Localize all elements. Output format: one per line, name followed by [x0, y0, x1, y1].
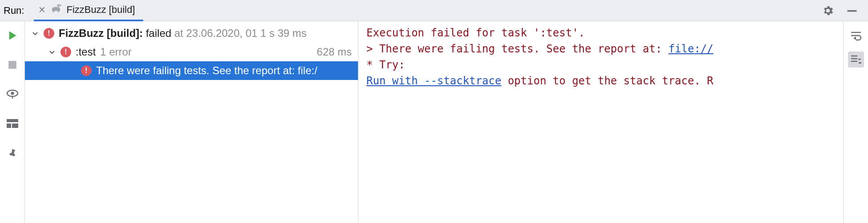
test-tree-pane: ! FizzBuzz [build]: failed at 23.06.2020… [25, 21, 358, 223]
svg-point-3 [11, 92, 14, 95]
left-toolbar [0, 21, 25, 223]
scroll-to-end-button[interactable] [848, 52, 864, 68]
error-badge-icon: ! [60, 47, 71, 57]
tree-test-row[interactable]: ! :test 1 error 628 ms [25, 43, 358, 61]
error-badge-icon: ! [44, 28, 54, 39]
run-tab-label: FizzBuzz [build] [66, 4, 135, 16]
run-tool-header: Run: ✕ FizzBuzz [build] [0, 0, 868, 21]
show-passed-button[interactable] [6, 88, 19, 100]
tree-failure-text: There were failing tests. See the report… [96, 64, 317, 77]
stacktrace-link[interactable]: Run with --stacktrace [366, 75, 501, 87]
right-toolbar [843, 21, 868, 223]
run-label: Run: [4, 5, 34, 16]
report-link[interactable]: file:// [668, 43, 713, 55]
run-tool-body: ! FizzBuzz [build]: failed at 23.06.2020… [0, 21, 868, 223]
console-line: Execution failed for task ':test'. [366, 25, 843, 41]
console-line: * Try: [366, 57, 843, 73]
close-icon[interactable]: ✕ [38, 4, 46, 15]
chevron-down-icon[interactable] [31, 30, 39, 37]
tree-failure-row[interactable]: ! There were failing tests. See the repo… [25, 61, 358, 80]
tree-root-row[interactable]: ! FizzBuzz [build]: failed at 23.06.2020… [25, 24, 358, 43]
chevron-down-icon[interactable] [48, 48, 56, 56]
console-line: Run with --stacktrace option to get the … [366, 73, 843, 89]
stop-button[interactable] [6, 59, 19, 71]
tree-test-errors: 1 error [100, 46, 132, 58]
svg-rect-0 [848, 10, 857, 12]
soft-wrap-button[interactable] [848, 28, 864, 44]
error-badge-icon: ! [81, 65, 92, 76]
gear-icon[interactable] [822, 4, 834, 17]
svg-rect-7 [7, 119, 18, 122]
tree-test-time: 628 ms [317, 46, 358, 58]
console-line: > There were failing tests. See the repo… [366, 41, 843, 57]
tree-test-name: :test [76, 46, 96, 58]
layout-button[interactable] [6, 117, 19, 130]
rerun-button[interactable] [6, 29, 19, 42]
tree-root-text: FizzBuzz [build]: failed at 23.06.2020, … [59, 27, 307, 40]
svg-rect-4 [12, 96, 12, 99]
svg-rect-8 [859, 62, 861, 64]
pin-button[interactable] [6, 147, 19, 159]
minimize-icon[interactable] [846, 4, 858, 17]
svg-rect-6 [12, 123, 18, 128]
gradle-icon [50, 4, 62, 16]
svg-rect-5 [7, 123, 11, 128]
run-tab-fizzbuzz[interactable]: ✕ FizzBuzz [build] [34, 0, 143, 21]
console-output[interactable]: Execution failed for task ':test'. > The… [358, 21, 843, 223]
svg-rect-1 [8, 61, 16, 69]
